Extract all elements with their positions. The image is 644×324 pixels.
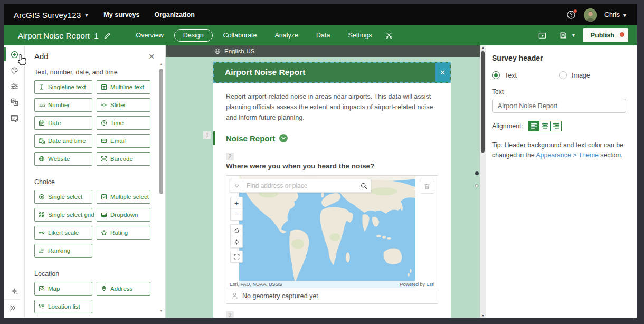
tab-collaborate[interactable]: Collaborate xyxy=(216,29,264,42)
language-bar: English-US xyxy=(166,45,486,57)
add-slider-button[interactable]: Slider xyxy=(97,98,150,112)
scroll-down-icon[interactable]: ▼ xyxy=(480,313,486,317)
top-bar: ArcGIS Survey123 ▼ My surveysOrganizatio… xyxy=(4,4,637,25)
tab-design[interactable]: Design xyxy=(174,29,213,42)
esri-link[interactable]: Esri xyxy=(427,282,435,287)
multiline-text-icon xyxy=(101,84,107,90)
user-menu[interactable]: Chris ▼ xyxy=(604,11,627,18)
survey-description[interactable]: Report airport-related noise in areas ne… xyxy=(226,91,438,123)
home-button[interactable] xyxy=(231,225,242,236)
add-multiple-select-button[interactable]: Multiple select xyxy=(97,190,150,204)
section-label-text-number-date-and-time: Text, number, date, and time xyxy=(34,69,150,76)
add-barcode-button[interactable]: Barcode xyxy=(97,152,150,166)
add-panel-sections: Text, number, date, and timeSingleline t… xyxy=(34,69,150,313)
add-single-select-button[interactable]: Single select xyxy=(34,190,92,204)
preview-scrollbar[interactable]: ▲ ▼ xyxy=(480,45,486,318)
survey-card: Airport Noise Report ✕ Report airport-re… xyxy=(213,62,451,318)
map-question-label[interactable]: Where were you when you heard the noise? xyxy=(226,162,438,170)
scroll-up-icon[interactable]: ▲ xyxy=(480,46,486,50)
radio-icon xyxy=(559,71,567,79)
page-indicator[interactable] xyxy=(475,184,478,187)
close-icon[interactable]: ✕ xyxy=(148,52,155,61)
scrollbar-thumb[interactable] xyxy=(159,69,163,194)
edit-title-icon[interactable] xyxy=(103,32,111,39)
add-date-and-time-button[interactable]: Date and time xyxy=(34,134,92,148)
app-title-caret-icon[interactable]: ▼ xyxy=(84,13,89,18)
sidebar-item-edit-sheet[interactable] xyxy=(4,110,24,126)
tab-data[interactable]: Data xyxy=(309,29,337,42)
group-question[interactable]: 1 Noise Report xyxy=(226,131,438,145)
header-text-input[interactable] xyxy=(492,99,626,113)
add-dropdown-button[interactable]: Dropdown xyxy=(97,208,150,222)
delete-geometry-icon[interactable] xyxy=(420,179,434,194)
add-rating-button[interactable]: Rating xyxy=(97,226,150,240)
fullscreen-button[interactable] xyxy=(231,251,242,262)
page-indicator-active[interactable] xyxy=(475,171,479,175)
scroll-up-icon[interactable]: ▲ xyxy=(159,62,164,66)
search-input[interactable] xyxy=(243,182,357,189)
app-title[interactable]: ArcGIS Survey123 xyxy=(14,11,81,20)
dropdown-icon xyxy=(101,212,107,218)
scrollbar-thumb[interactable] xyxy=(481,51,485,153)
survey-header-selected[interactable]: Airport Noise Report ✕ xyxy=(213,62,451,83)
add-likert-scale-button[interactable]: Likert scale xyxy=(34,226,92,240)
search-icon[interactable] xyxy=(357,183,371,189)
appearance-theme-link[interactable]: Appearance > Theme xyxy=(536,151,598,159)
add-single-select-grid-button[interactable]: Single select grid xyxy=(34,208,92,222)
add-ranking-button[interactable]: Ranking xyxy=(34,244,92,258)
attribution-sources: Esri, FAO, NOAA, USGS xyxy=(230,282,282,287)
add-panel-scrollbar[interactable]: ▲ ▼ xyxy=(159,62,164,312)
zoom-controls: + − xyxy=(230,197,243,221)
language-label[interactable]: English-US xyxy=(224,48,255,54)
add-number-button[interactable]: 123Number xyxy=(34,98,92,112)
map-canvas[interactable]: + − xyxy=(226,176,438,288)
align-left-button[interactable] xyxy=(528,121,539,131)
align-center-button[interactable] xyxy=(539,121,550,131)
tab-analyze[interactable]: Analyze xyxy=(268,29,306,42)
date-icon xyxy=(39,120,45,126)
preview-icon[interactable] xyxy=(538,31,547,40)
collapse-group-icon[interactable] xyxy=(279,134,288,142)
sidebar-item-logic[interactable] xyxy=(4,78,24,94)
tab-settings[interactable]: Settings xyxy=(340,29,379,42)
scissors-icon[interactable] xyxy=(385,31,393,40)
sidebar-item-appearance[interactable] xyxy=(4,62,24,78)
sidebar-item-add[interactable] xyxy=(4,46,24,62)
add-time-button[interactable]: Time xyxy=(97,116,150,130)
radio-text[interactable]: Text xyxy=(492,71,559,79)
locate-button[interactable] xyxy=(231,236,242,247)
align-right-button[interactable] xyxy=(550,121,561,131)
radio-label: Text xyxy=(505,72,517,79)
zoom-in-button[interactable]: + xyxy=(231,197,242,208)
group-title: Noise Report xyxy=(226,134,275,143)
map-question-widget[interactable]: + − xyxy=(226,175,438,304)
radio-image[interactable]: Image xyxy=(559,71,626,79)
sidebar-item-assistant[interactable] xyxy=(4,283,24,299)
help-icon[interactable] xyxy=(566,9,576,20)
panel-title: Survey header xyxy=(492,54,626,62)
top-menu-organization[interactable]: Organization xyxy=(154,11,194,18)
tab-overview[interactable]: Overview xyxy=(129,29,171,42)
sidebar-item-translate[interactable] xyxy=(4,94,24,110)
avatar[interactable] xyxy=(584,8,597,22)
add-date-button[interactable]: Date xyxy=(34,116,92,130)
add-email-button[interactable]: Email xyxy=(97,134,150,148)
deselect-close-icon[interactable]: ✕ xyxy=(435,63,450,82)
add-map-button[interactable]: Map xyxy=(34,282,92,296)
add-singleline-text-button[interactable]: Singleline text xyxy=(34,80,92,94)
preview-area: English-US Airport Noise Report ✕ Report… xyxy=(166,45,486,318)
add-multiline-text-button[interactable]: Multiline text xyxy=(97,80,150,94)
save-caret-icon[interactable]: ▼ xyxy=(571,33,576,38)
top-menu-my-surveys[interactable]: My surveys xyxy=(103,11,139,18)
scroll-down-icon[interactable]: ▼ xyxy=(159,309,164,312)
notification-dot xyxy=(574,9,577,13)
publish-button[interactable]: Publish xyxy=(583,28,628,42)
map-search-bar[interactable] xyxy=(230,179,371,193)
search-mode-caret-icon[interactable] xyxy=(230,179,243,192)
add-location-list-button[interactable]: Location list xyxy=(34,300,92,313)
sidebar-item-collapse[interactable] xyxy=(4,299,20,316)
add-website-button[interactable]: Website xyxy=(34,152,92,166)
add-address-button[interactable]: Address xyxy=(97,282,150,296)
save-icon[interactable] xyxy=(559,31,567,40)
zoom-out-button[interactable]: − xyxy=(231,208,242,220)
